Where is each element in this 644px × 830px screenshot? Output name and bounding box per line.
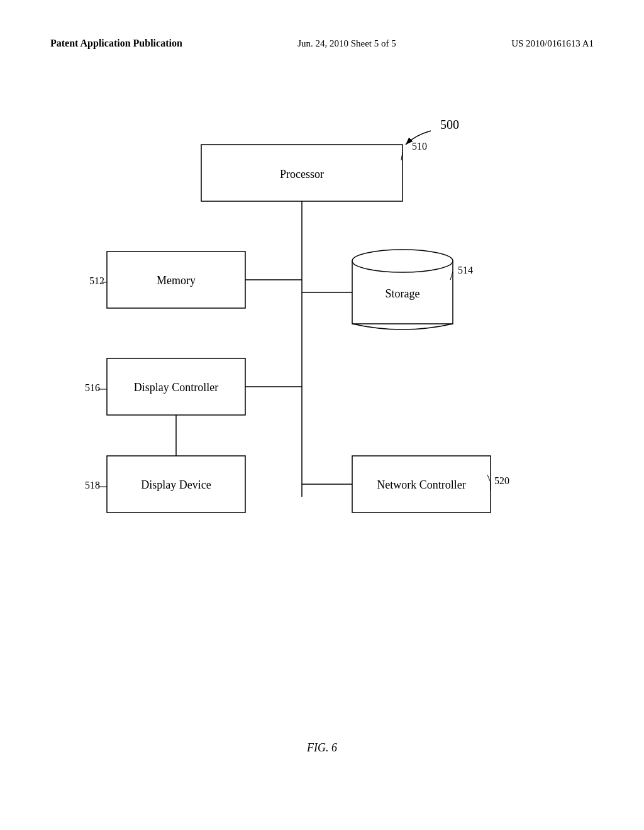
date-sheet-label: Jun. 24, 2010 Sheet 5 of 5 [297, 38, 396, 49]
label-514: 514 [458, 265, 473, 275]
storage-label: Storage [386, 287, 420, 300]
figure-caption: FIG. 6 [0, 741, 644, 755]
label-520: 520 [494, 475, 509, 486]
memory-label: Memory [157, 274, 196, 287]
storage-bottom [352, 324, 453, 329]
label-518: 518 [85, 480, 100, 490]
label-516: 516 [85, 382, 100, 393]
storage-top [352, 250, 453, 272]
publication-label: Patent Application Publication [50, 38, 182, 49]
display-controller-label: Display Controller [134, 381, 218, 394]
label-500: 500 [440, 118, 459, 131]
diagram-area: 500 Processor 510 Memory 512 [50, 94, 594, 566]
network-controller-label: Network Controller [377, 479, 465, 491]
fig-label: FIG. 6 [307, 741, 337, 754]
page: Patent Application Publication Jun. 24, … [0, 0, 644, 830]
diagram-svg: 500 Processor 510 Memory 512 [50, 94, 594, 566]
page-header: Patent Application Publication Jun. 24, … [50, 38, 594, 49]
processor-label: Processor [280, 168, 324, 180]
display-device-label: Display Device [141, 479, 211, 491]
patent-number-label: US 2010/0161613 A1 [511, 38, 594, 49]
label-512: 512 [89, 275, 104, 286]
label-510: 510 [412, 141, 427, 152]
